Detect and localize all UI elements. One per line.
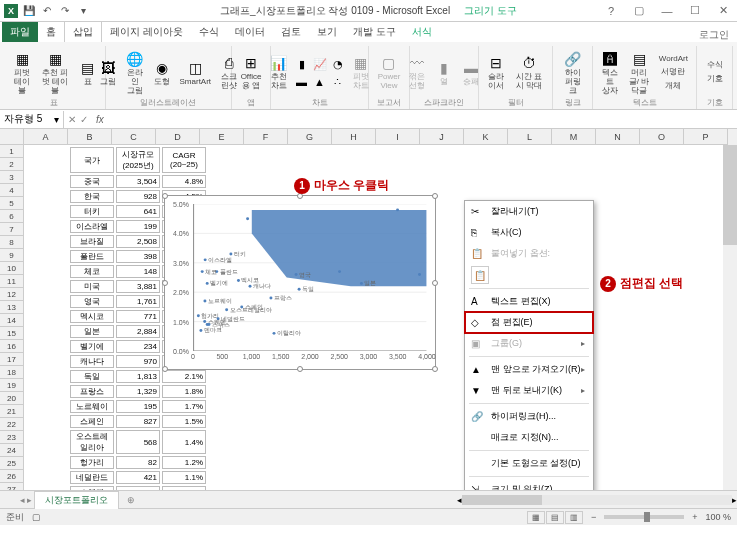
row-header[interactable]: 5 (0, 197, 24, 210)
table-cell[interactable]: 2,884 (116, 325, 160, 338)
tab-layout[interactable]: 페이지 레이아웃 (102, 22, 191, 42)
hyperlink-button[interactable]: 🔗하이퍼링크 (558, 48, 587, 97)
tab-data[interactable]: 데이터 (227, 22, 273, 42)
ctx-cut[interactable]: ✂잘라내기(T) (465, 201, 593, 222)
chart-column-icon[interactable]: ▮ (294, 56, 310, 72)
row-header[interactable]: 8 (0, 236, 24, 249)
sparkline-line-button[interactable]: 〰꺾은선형 (405, 52, 429, 93)
table-cell[interactable]: 1.8% (162, 385, 206, 398)
column-header[interactable]: L (508, 129, 552, 145)
close-icon[interactable]: ✕ (709, 0, 737, 22)
table-cell[interactable]: 1,329 (116, 385, 160, 398)
shapes-button[interactable]: ◉도형 (150, 57, 174, 89)
column-header[interactable]: O (640, 129, 684, 145)
table-cell[interactable]: 3,504 (116, 175, 160, 188)
table-cell[interactable]: 벨기에 (70, 340, 114, 353)
wordart-button[interactable]: WordArt (656, 53, 691, 66)
ctx-bring-front[interactable]: ▲맨 앞으로 가져오기(R)▸ (465, 359, 593, 380)
row-header[interactable]: 26 (0, 470, 24, 483)
table-cell[interactable]: 1.7% (162, 400, 206, 413)
table-cell[interactable]: 헝가리 (70, 456, 114, 469)
row-header[interactable]: 22 (0, 418, 24, 431)
zoom-slider[interactable] (604, 515, 684, 519)
ctx-assign-macro[interactable]: 매크로 지정(N)... (465, 427, 593, 448)
ctx-hyperlink[interactable]: 🔗하이퍼링크(H)... (465, 406, 593, 427)
table-cell[interactable]: 82 (116, 456, 160, 469)
row-header[interactable]: 17 (0, 353, 24, 366)
zoom-out-icon[interactable]: − (591, 512, 596, 522)
table-cell[interactable]: 2,508 (116, 235, 160, 248)
zoom-in-icon[interactable]: + (692, 512, 697, 522)
column-header[interactable]: P (684, 129, 728, 145)
login-link[interactable]: 로그인 (699, 28, 729, 42)
timeline-button[interactable]: ⏱시간 표 시 막대 (511, 52, 548, 93)
row-header[interactable]: 23 (0, 431, 24, 444)
table-header-cell[interactable]: 시장규모(2025년) (116, 147, 160, 173)
table-cell[interactable]: 421 (116, 471, 160, 484)
ctx-edit-text[interactable]: A텍스트 편집(X) (465, 291, 593, 312)
signature-button[interactable]: 서명란 (656, 66, 691, 79)
table-cell[interactable]: 199 (116, 220, 160, 233)
table-cell[interactable]: 928 (116, 190, 160, 203)
table-cell[interactable]: 일본 (70, 325, 114, 338)
table-cell[interactable]: 멕시코 (70, 310, 114, 323)
column-header[interactable]: E (200, 129, 244, 145)
chart-pie-icon[interactable]: ◔ (330, 56, 346, 72)
row-header[interactable]: 6 (0, 210, 24, 223)
column-header[interactable]: K (464, 129, 508, 145)
row-header[interactable]: 27 (0, 483, 24, 490)
column-header[interactable]: N (596, 129, 640, 145)
sheet-tab[interactable]: 시장포트폴리오 (34, 491, 119, 509)
chart-scatter-icon[interactable]: ∴ (330, 74, 346, 90)
table-cell[interactable]: 브라질 (70, 235, 114, 248)
picture-button[interactable]: 🖼그림 (96, 57, 120, 89)
table-cell[interactable]: 노르웨이 (70, 400, 114, 413)
chart-line-icon[interactable]: 📈 (312, 56, 328, 72)
online-pic-button[interactable]: 🌐온라인 그림 (123, 48, 147, 97)
tab-formulas[interactable]: 수식 (191, 22, 227, 42)
column-header[interactable]: M (552, 129, 596, 145)
table-cell[interactable]: 641 (116, 205, 160, 218)
table-cell[interactable]: 미국 (70, 280, 114, 293)
column-header[interactable]: C (112, 129, 156, 145)
smartart-button[interactable]: ◫SmartArt (177, 57, 215, 89)
symbol-button[interactable]: 기호 (704, 73, 726, 86)
table-cell[interactable]: 체코 (70, 265, 114, 278)
column-header[interactable]: J (420, 129, 464, 145)
ctx-edit-points[interactable]: ◇점 편집(E) (465, 312, 593, 333)
table-cell[interactable]: 234 (116, 340, 160, 353)
equation-button[interactable]: 수식 (704, 59, 726, 72)
help-icon[interactable]: ? (597, 0, 625, 22)
sheet-nav-prev-icon[interactable]: ◂ (20, 495, 25, 505)
powerview-button[interactable]: ▢Power View (374, 52, 404, 93)
qat-dropdown-icon[interactable]: ▾ (76, 4, 90, 18)
pivot-table-button[interactable]: ▦피벗 테이블 (9, 48, 35, 97)
select-all-corner[interactable] (0, 129, 24, 145)
tab-file[interactable]: 파일 (2, 22, 38, 42)
row-header[interactable]: 4 (0, 184, 24, 197)
name-box[interactable]: 자유형 5▾ (0, 111, 64, 128)
tab-home[interactable]: 홈 (38, 22, 64, 42)
resize-handle[interactable] (432, 193, 438, 199)
redo-icon[interactable]: ↷ (58, 4, 72, 18)
column-header[interactable]: A (24, 129, 68, 145)
row-header[interactable]: 25 (0, 457, 24, 470)
undo-icon[interactable]: ↶ (40, 4, 54, 18)
ctx-size-position[interactable]: ⇲크기 및 위치(Z)... (465, 479, 593, 490)
table-cell[interactable]: 1.1% (162, 471, 206, 484)
horizontal-scrollbar[interactable]: ◂▸ (457, 493, 737, 507)
table-cell[interactable]: 독일 (70, 370, 114, 383)
row-header[interactable]: 11 (0, 275, 24, 288)
row-header[interactable]: 15 (0, 327, 24, 340)
ctx-copy[interactable]: ⎘복사(C) (465, 222, 593, 243)
table-cell[interactable]: 캐나다 (70, 355, 114, 368)
table-cell[interactable]: 스웨덴 (70, 486, 114, 490)
column-header[interactable]: I (376, 129, 420, 145)
table-header-cell[interactable]: CAGR(20~25) (162, 147, 206, 173)
zoom-level[interactable]: 100 % (705, 512, 731, 522)
table-cell[interactable]: 중국 (70, 175, 114, 188)
table-cell[interactable]: 스페인 (70, 415, 114, 428)
row-header[interactable]: 10 (0, 262, 24, 275)
vertical-scrollbar[interactable] (723, 145, 737, 490)
table-cell[interactable]: 3,881 (116, 280, 160, 293)
